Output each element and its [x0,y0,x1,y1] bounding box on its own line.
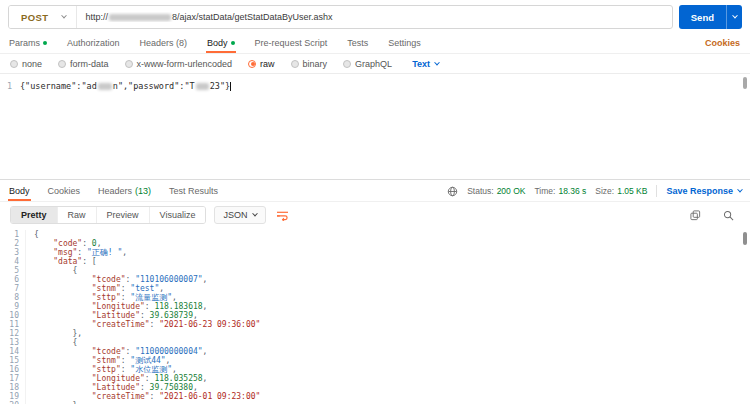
search-icon[interactable] [723,210,734,221]
chevron-down-icon [732,13,738,19]
divider [656,185,657,197]
response-body-viewer[interactable]: 1{2 "code": 0,3 "msg": "正确! ",4 "data": … [0,228,750,404]
line-number: 17 [0,374,26,383]
line-number: 6 [0,275,26,284]
save-response-button[interactable]: Save Response [666,186,742,196]
tab-label: Pre-request Script [255,38,328,48]
radio-icon [58,60,66,68]
request-body-editor[interactable]: 1 {"username":"adn","password":"T23"} [0,74,750,179]
view-raw[interactable]: Raw [58,207,97,223]
line-content: }, [26,329,82,338]
url-text: http://8/ajax/statData/getStatDataByUser… [85,12,332,22]
request-tabs: Params Authorization Headers (8) Body Pr… [0,33,750,54]
line-content: { [26,230,39,239]
view-visualize[interactable]: Visualize [150,207,206,223]
tab-label: Tests [347,38,368,48]
status-value: 200 OK [497,186,526,196]
line-content: "Longitude": 118.035258, [26,374,207,383]
code-line: 12 }, [0,329,750,338]
line-number: 3 [0,248,26,257]
scrollbar-thumb[interactable] [743,232,747,245]
send-options-button[interactable] [726,5,742,29]
mode-form-data[interactable]: form-data [58,59,109,69]
view-pretty[interactable]: Pretty [11,207,58,223]
radio-icon [343,60,351,68]
radio-selected-icon [248,60,256,68]
copy-response-icon[interactable] [690,210,701,221]
tab-label: Params [9,38,40,48]
line-content: { [26,338,77,347]
mode-raw[interactable]: raw [248,59,275,69]
url-group: POST http://8/ajax/statData/getStatDataB… [8,5,673,29]
mode-x-www-form-urlencoded[interactable]: x-www-form-urlencoded [125,59,233,69]
redacted-text [196,83,209,90]
line-content: "tcode": "110000000004", [26,347,207,356]
code-line: 19 "createTime": "2021-06-01 09:23:00" [0,392,750,401]
code-line: 1{ [0,230,750,239]
tab-authorization[interactable]: Authorization [66,34,121,53]
tab-body[interactable]: Body [206,34,236,53]
mode-binary[interactable]: binary [291,59,328,69]
code-line: 18 "Latitude": 39.750380, [0,383,750,392]
mode-label: GraphQL [355,59,392,69]
radio-icon [125,60,133,68]
tab-params[interactable]: Params [8,34,48,53]
response-tab-headers[interactable]: Headers (13) [97,182,152,201]
radio-icon [10,60,18,68]
method-selector[interactable]: POST [9,6,77,28]
send-label: Send [691,12,714,23]
line-content: "stnm": "test", [26,284,164,293]
tab-headers[interactable]: Headers (8) [139,34,189,53]
tab-label: Settings [388,38,421,48]
redacted-text [98,83,112,90]
code-line: 17 "Longitude": 118.035258, [0,374,750,383]
tab-label: Headers [98,186,132,196]
code-line: 6 "tcode": "110106000007", [0,275,750,284]
url-input[interactable]: http://8/ajax/statData/getStatDataByUser… [77,6,671,28]
chevron-down-icon [253,211,259,217]
text-cursor [230,82,231,91]
line-number: 11 [0,320,26,329]
response-tab-body[interactable]: Body [8,182,31,201]
cookies-link[interactable]: Cookies [703,34,742,53]
size-value: 1.05 KB [617,186,647,196]
scrollbar-thumb[interactable] [743,77,747,89]
tab-pre-request-script[interactable]: Pre-request Script [254,34,329,53]
mode-graphql[interactable]: GraphQL [343,59,392,69]
line-number: 7 [0,284,26,293]
response-tab-cookies[interactable]: Cookies [47,182,82,201]
response-tab-test-results[interactable]: Test Results [168,182,219,201]
line-content: "msg": "正确! ", [26,248,127,257]
tab-label: Body [9,186,30,196]
send-button[interactable]: Send [679,5,726,29]
line-content: "Longitude": 118.183618, [26,302,207,311]
code-line: 9 "Longitude": 118.183618, [0,302,750,311]
network-globe-icon[interactable] [447,186,458,197]
code-line: 5 { [0,266,750,275]
tab-settings[interactable]: Settings [387,34,422,53]
tab-label: Headers (8) [140,38,188,48]
view-preview[interactable]: Preview [97,207,150,223]
status-label: Status: [467,186,493,196]
tab-label: Cookies [48,186,81,196]
chevron-down-icon [62,13,68,19]
line-content: "createTime": "2021-06-01 09:23:00" [26,392,260,401]
wrap-lines-icon[interactable] [276,210,289,221]
line-content: "stnm": "测试44", [26,356,170,365]
raw-type-selector[interactable]: Text [412,59,439,69]
line-content: "createTime": "2021-06-23 09:36:00" [26,320,260,329]
mode-label: x-www-form-urlencoded [137,59,233,69]
tab-tests[interactable]: Tests [346,34,369,53]
line-number: 13 [0,338,26,347]
format-selector[interactable]: JSON [214,206,266,224]
raw-type-label: Text [412,59,430,69]
line-number: 1 [0,230,26,239]
code-line: 10 "Latitude": 39.638739, [0,311,750,320]
line-number: 16 [0,365,26,374]
chevron-down-icon [737,187,743,193]
postman-app: POST http://8/ajax/statData/getStatDataB… [0,0,750,404]
code-line: 16 "sttp": "水位监测", [0,365,750,374]
mode-none[interactable]: none [10,59,42,69]
code-line: 8 "sttp": "流量监测", [0,293,750,302]
body-mode-row: none form-data x-www-form-urlencoded raw… [0,54,750,74]
